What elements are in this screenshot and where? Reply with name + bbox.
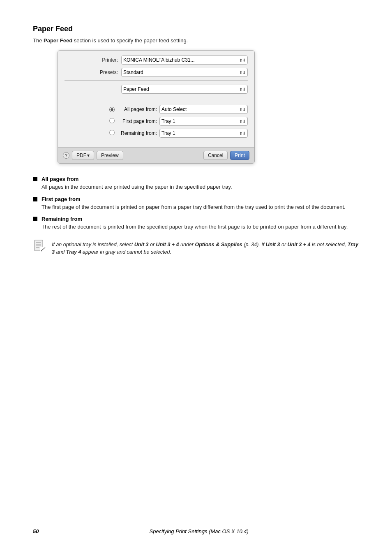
first-page-select[interactable]: Tray 1 ⬆⬇	[159, 117, 248, 126]
remaining-value: Tray 1	[161, 130, 175, 136]
bullet-title-3: Remaining from	[42, 216, 359, 222]
bullet-square-2	[33, 197, 37, 201]
remaining-radio[interactable]	[109, 130, 115, 135]
pdf-label: PDF	[76, 153, 86, 158]
remaining-arrow: ⬆⬇	[239, 131, 246, 136]
bullet-desc-1: All pages in the document are printed us…	[42, 183, 359, 191]
note-text: If an optional tray is installed, select…	[52, 239, 359, 257]
all-pages-arrow: ⬆⬇	[239, 107, 246, 112]
remaining-select[interactable]: Tray 1 ⬆⬇	[159, 129, 248, 138]
printer-row: Printer: KONICA MINOLTA bizhub C31... ⬆⬇	[65, 56, 248, 65]
section-arrow: ⬆⬇	[239, 87, 246, 92]
first-page-radio[interactable]	[109, 118, 115, 123]
remaining-row: Remaining from: Tray 1 ⬆⬇	[65, 129, 248, 138]
dialog-footer: ? PDF ▾ Preview Cancel Print	[58, 147, 254, 163]
remaining-text: Remaining from:	[118, 130, 157, 136]
presets-label: Presets:	[65, 69, 118, 75]
cancel-button[interactable]: Cancel	[203, 151, 228, 160]
remaining-label-area	[65, 130, 118, 136]
intro-end: section is used to specify the paper fee…	[72, 37, 188, 44]
all-pages-value: Auto Select	[161, 106, 187, 112]
intro-paragraph: The Paper Feed section is used to specif…	[33, 37, 359, 44]
bullet-desc-3: The rest of the document is printed from…	[42, 223, 359, 231]
page-title: Paper Feed	[33, 25, 359, 33]
page-footer: 50 Specifying Print Settings (Mac OS X 1…	[33, 524, 359, 534]
bullet-title-2: First page from	[42, 196, 359, 202]
all-pages-select[interactable]: Auto Select ⬆⬇	[159, 105, 248, 114]
printer-label: Printer:	[65, 57, 118, 63]
dialog-separator2	[65, 98, 248, 98]
print-button[interactable]: Print	[230, 151, 249, 160]
bullet-content-2: First page from The first page of the do…	[42, 196, 359, 211]
all-pages-row: All pages from: Auto Select ⬆⬇	[65, 105, 248, 114]
pdf-arrow-icon: ▾	[87, 153, 90, 158]
bullet-square-3	[33, 217, 37, 221]
all-pages-radio[interactable]	[109, 107, 115, 112]
page-footer-title: Specifying Print Settings (Mac OS X 10.4…	[39, 528, 359, 534]
section-select[interactable]: Paper Feed ⬆⬇	[121, 85, 248, 94]
first-page-label-area	[65, 118, 118, 125]
presets-select[interactable]: Standard ⬆⬇	[121, 68, 248, 77]
first-page-value: Tray 1	[161, 118, 175, 124]
section-row: Paper Feed ⬆⬇	[65, 85, 248, 94]
note-box: If an optional tray is installed, select…	[33, 239, 359, 257]
printer-select[interactable]: KONICA MINOLTA bizhub C31... ⬆⬇	[121, 56, 248, 65]
intro-bold: Paper Feed	[44, 37, 72, 44]
page-number: 50	[33, 528, 39, 534]
bullet-content-1: All pages from All pages in the document…	[42, 176, 359, 191]
first-page-row: First page from: Tray 1 ⬆⬇	[65, 117, 248, 126]
dialog-separator	[65, 80, 248, 81]
bullet-item-remaining: Remaining from The rest of the document …	[33, 216, 359, 231]
note-icon	[33, 239, 48, 254]
first-page-text: First page from:	[118, 118, 157, 124]
bullet-square-1	[33, 177, 37, 181]
section-value: Paper Feed	[123, 86, 149, 92]
presets-arrow: ⬆⬇	[239, 70, 246, 75]
bullet-content-3: Remaining from The rest of the document …	[42, 216, 359, 231]
footer-left: ? PDF ▾ Preview	[63, 151, 123, 160]
print-dialog: Printer: KONICA MINOLTA bizhub C31... ⬆⬇…	[58, 50, 255, 164]
dialog-body: Printer: KONICA MINOLTA bizhub C31... ⬆⬇…	[58, 51, 254, 147]
presets-value: Standard	[123, 69, 143, 75]
all-pages-text: All pages from:	[118, 106, 157, 112]
content-section: All pages from All pages in the document…	[33, 176, 359, 256]
footer-right: Cancel Print	[203, 151, 249, 160]
radio-rows: All pages from: Auto Select ⬆⬇ First pag…	[65, 102, 248, 143]
bullet-desc-2: The first page of the document is printe…	[42, 203, 359, 211]
presets-row: Presets: Standard ⬆⬇	[65, 68, 248, 77]
printer-value: KONICA MINOLTA bizhub C31...	[123, 57, 195, 63]
preview-button[interactable]: Preview	[97, 151, 123, 160]
first-page-arrow: ⬆⬇	[239, 119, 246, 124]
all-pages-label-area	[65, 106, 118, 112]
bullet-item-first-page: First page from The first page of the do…	[33, 196, 359, 211]
help-button[interactable]: ?	[63, 152, 69, 159]
bullet-title-1: All pages from	[42, 176, 359, 182]
bullet-item-all-pages: All pages from All pages in the document…	[33, 176, 359, 191]
pdf-button[interactable]: PDF ▾	[72, 151, 94, 160]
printer-arrow: ⬆⬇	[239, 58, 246, 62]
bullet-list: All pages from All pages in the document…	[33, 176, 359, 231]
